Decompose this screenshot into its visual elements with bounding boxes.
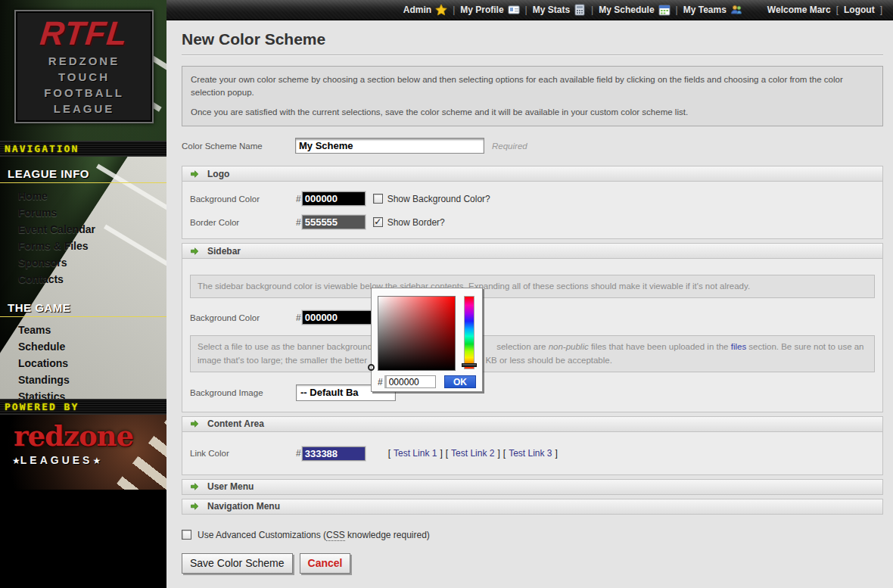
test-link-3[interactable]: Test Link 3 — [509, 448, 552, 459]
sidebar-item-forms-files[interactable]: Forms & Files — [0, 238, 166, 254]
use-advanced-customizations-checkbox[interactable] — [182, 530, 191, 540]
hex-prefix: # — [296, 194, 301, 204]
logout-link[interactable]: Logout — [844, 5, 875, 15]
nav-heading-league-info: LEAGUE INFO — [0, 164, 166, 183]
green-arrow-icon — [190, 502, 199, 511]
sidebar-item-forums[interactable]: Forums — [0, 204, 166, 221]
green-arrow-icon — [190, 419, 199, 428]
topbar-my-stats[interactable]: My Stats — [533, 4, 586, 16]
topbar-my-profile[interactable]: My Profile — [460, 4, 519, 16]
sidebar-item-contacts[interactable]: Contacts — [0, 271, 166, 288]
topbar-separator: | — [591, 5, 593, 15]
powered-by-led-strip: POWERED BY — [0, 399, 166, 415]
section-header-user-menu[interactable]: User Menu — [182, 479, 883, 495]
section-header-content-area[interactable]: Content Area — [182, 416, 883, 432]
section-navigation-menu: Navigation Menu — [182, 499, 883, 515]
calculator-icon — [574, 4, 586, 16]
save-color-scheme-button[interactable]: Save Color Scheme — [182, 553, 293, 574]
sidebar: RTFL REDZONE TOUCH FOOTBALL LEAGUE NAVIG… — [0, 0, 166, 588]
color-selector-cursor[interactable] — [368, 364, 375, 371]
link-color-swatch[interactable]: 333388 — [302, 446, 366, 461]
non-public-emphasis: non-public — [549, 342, 589, 351]
use-advanced-customizations-label: Use Advanced Customizations (CSS knowled… — [198, 530, 430, 540]
hex-prefix: # — [378, 377, 383, 387]
show-background-color-label: Show Background Color? — [387, 194, 490, 204]
group-icon — [730, 4, 742, 16]
color-scheme-name-input[interactable] — [295, 138, 484, 154]
hex-prefix: # — [296, 217, 301, 228]
saturation-value-gradient[interactable] — [378, 296, 456, 371]
topbar-separator: | — [676, 5, 678, 15]
picker-ok-button[interactable]: OK — [444, 375, 476, 388]
section-header-sidebar[interactable]: Sidebar — [182, 243, 883, 259]
files-link[interactable]: files — [731, 342, 746, 351]
link-color-label: Link Color — [190, 449, 296, 458]
test-link-2[interactable]: Test Link 2 — [451, 448, 494, 459]
sidebar-bg-note: The sidebar background color is viewable… — [190, 275, 875, 298]
show-background-color-checkbox[interactable] — [373, 194, 383, 204]
section-sidebar: Sidebar The sidebar background color is … — [182, 243, 883, 412]
sidebar-bg-color-label: Background Color — [190, 313, 296, 322]
welcome-user-label: Welcome Marc — [767, 5, 831, 15]
sidebar-item-sponsors[interactable]: Sponsors — [0, 254, 166, 271]
intro-paragraph-1: Create your own color scheme by choosing… — [191, 73, 874, 98]
picker-hex-input[interactable] — [384, 375, 436, 388]
section-user-menu: User Menu — [182, 479, 883, 495]
navigation-led-strip: NAVIGATION — [0, 141, 166, 157]
test-link-1[interactable]: Test Link 1 — [394, 448, 437, 459]
sidebar-item-event-calendar[interactable]: Event Calendar — [0, 221, 166, 238]
section-header-logo[interactable]: Logo — [182, 166, 883, 182]
league-logo-line: FOOTBALL — [44, 85, 124, 101]
sidebar-item-statistics[interactable]: Statistics — [0, 388, 166, 399]
sidebar-item-schedule[interactable]: Schedule — [0, 338, 166, 355]
green-arrow-icon — [190, 482, 199, 491]
section-header-navigation-menu[interactable]: Navigation Menu — [182, 499, 883, 515]
hex-prefix: # — [296, 448, 301, 459]
league-logo-acronym: RTFL — [39, 17, 129, 50]
sidebar-item-home[interactable]: Home — [0, 188, 166, 204]
section-content-area: Content Area Link Color # 333388 [Test L… — [182, 416, 883, 475]
sidebar-item-standings[interactable]: Standings — [0, 372, 166, 388]
topbar-my-teams[interactable]: My Teams — [683, 4, 742, 16]
page-title: New Color Scheme — [182, 30, 883, 55]
redzone-leagues-logo[interactable]: redzone ★LEAGUES★ — [0, 415, 166, 490]
redzone-wordmark: redzone — [14, 422, 133, 450]
nav-heading-the-game: THE GAME — [0, 298, 166, 317]
topbar: Admin | My Profile | My Stats | My Sched… — [166, 0, 893, 20]
sidebar-item-locations[interactable]: Locations — [0, 355, 166, 372]
sidebar-bg-color-swatch[interactable]: 000000 — [302, 310, 376, 325]
star-icon — [435, 4, 447, 16]
logo-border-color-swatch[interactable]: 555555 — [302, 215, 366, 229]
topbar-my-schedule[interactable]: My Schedule — [599, 4, 670, 16]
star-glyph: ★ — [12, 456, 20, 466]
cancel-button[interactable]: Cancel — [300, 553, 351, 574]
hex-prefix: # — [296, 313, 301, 323]
topbar-separator: | — [453, 5, 455, 15]
vcard-icon — [508, 4, 520, 16]
league-logo-line: LEAGUE — [54, 101, 115, 117]
green-arrow-icon — [190, 247, 199, 256]
leagues-wordmark: ★LEAGUES★ — [12, 454, 101, 466]
color-scheme-name-label: Color Scheme Name — [182, 142, 295, 151]
sidebar-item-teams[interactable]: Teams — [0, 322, 166, 338]
logo-bg-color-swatch[interactable]: 000000 — [302, 191, 366, 206]
star-glyph: ★ — [92, 456, 101, 466]
show-border-checkbox[interactable]: ✓ — [373, 217, 383, 227]
hue-slider-handle[interactable] — [462, 363, 477, 367]
league-logo: RTFL REDZONE TOUCH FOOTBALL LEAGUE — [14, 10, 154, 123]
color-picker-popup: # OK — [371, 288, 483, 392]
test-links: [Test Link 1] [Test Link 2] [Test Link 3… — [388, 448, 558, 459]
sidebar-nav: LEAGUE INFO Home Forums Event Calendar F… — [0, 157, 166, 399]
league-logo-line: TOUCH — [58, 69, 110, 85]
logout-bracket: [ — [836, 5, 839, 15]
hue-strip[interactable] — [464, 296, 475, 369]
intro-paragraph-2: Once you are satisfied with the current … — [191, 106, 874, 119]
topbar-separator: | — [525, 5, 527, 15]
show-border-label: Show Border? — [387, 217, 445, 228]
logo-border-color-label: Border Color — [190, 218, 296, 227]
main-content: New Color Scheme Create your own color s… — [166, 21, 893, 588]
intro-note: Create your own color scheme by choosing… — [182, 66, 883, 126]
topbar-admin[interactable]: Admin — [403, 4, 447, 16]
css-abbr: CSS — [326, 530, 345, 541]
league-logo-area: RTFL REDZONE TOUCH FOOTBALL LEAGUE — [0, 0, 166, 141]
